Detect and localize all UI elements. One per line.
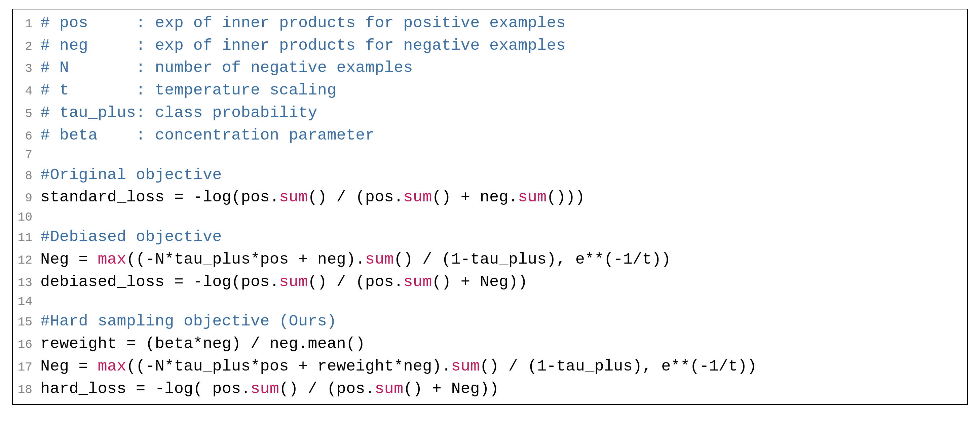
code-segment: () + Neg)) — [432, 273, 528, 291]
code-line: 18hard_loss = -log( pos.sum() / (pos.sum… — [13, 378, 967, 400]
code-line: 17Neg = max((-N*tau_plus*pos + reweight*… — [13, 356, 967, 378]
line-number: 8 — [13, 167, 36, 184]
code-content: #Hard sampling objective (Ours) — [36, 310, 337, 333]
code-listing-frame: 1# pos : exp of inner products for posit… — [12, 9, 968, 405]
code-segment: #Original objective — [40, 166, 222, 184]
code-segment: sum — [403, 188, 432, 206]
code-content: reweight = (beta*neg) / neg.mean() — [36, 333, 365, 356]
line-number: 13 — [13, 275, 36, 292]
code-line: 2# neg : exp of inner products for negat… — [13, 35, 967, 57]
code-segment: () / (pos. — [308, 273, 403, 291]
code-line: 10 — [13, 209, 967, 226]
code-segment: () + neg. — [432, 188, 518, 206]
line-number: 16 — [13, 336, 36, 353]
line-number: 9 — [13, 190, 36, 207]
code-segment: # t : temperature scaling — [40, 81, 337, 99]
line-number: 17 — [13, 359, 36, 376]
line-number: 5 — [13, 105, 36, 122]
code-line: 16reweight = (beta*neg) / neg.mean() — [13, 333, 967, 356]
code-segment: () / (1-tau_plus), e**(-1/t)) — [480, 357, 757, 375]
code-line: 4# t : temperature scaling — [13, 79, 967, 102]
code-content: # neg : exp of inner products for negati… — [36, 35, 566, 57]
code-content: # tau_plus: class probability — [36, 102, 318, 124]
code-line: 1# pos : exp of inner products for posit… — [13, 12, 967, 35]
code-segment: sum — [279, 188, 308, 206]
code-segment: sum — [451, 357, 480, 375]
line-number: 12 — [13, 252, 36, 269]
code-content: debiased_loss = -log(pos.sum() / (pos.su… — [36, 271, 528, 294]
code-segment: sum — [365, 251, 394, 268]
code-content: standard_loss = -log(pos.sum() / (pos.su… — [36, 186, 585, 209]
code-content: # beta : concentration parameter — [36, 124, 375, 147]
code-content: Neg = max((-N*tau_plus*pos + reweight*ne… — [36, 356, 757, 378]
code-line: 14 — [13, 293, 967, 310]
code-content: Neg = max((-N*tau_plus*pos + neg).sum() … — [36, 248, 671, 271]
line-number: 11 — [13, 229, 36, 246]
code-content: # pos : exp of inner products for positi… — [36, 12, 566, 35]
line-number: 14 — [13, 293, 36, 310]
code-segment: hard_loss = -log( pos. — [40, 380, 251, 398]
code-segment: Neg = — [40, 357, 97, 375]
code-line: 5# tau_plus: class probability — [13, 102, 967, 124]
code-segment: Neg = — [40, 251, 97, 268]
code-line: 11#Debiased objective — [13, 226, 967, 248]
code-segment: () / (pos. — [279, 380, 375, 398]
code-segment: ((-N*tau_plus*pos + neg). — [126, 251, 365, 268]
line-number: 1 — [13, 16, 36, 33]
line-number: 6 — [13, 128, 36, 145]
code-line: 13debiased_loss = -log(pos.sum() / (pos.… — [13, 271, 967, 294]
code-content: #Debiased objective — [36, 226, 222, 248]
code-segment: sum — [375, 380, 403, 398]
code-segment: # beta : concentration parameter — [40, 126, 375, 144]
code-segment: () / (pos. — [308, 188, 403, 206]
line-number: 7 — [13, 147, 36, 164]
line-number: 2 — [13, 38, 36, 55]
code-line: 8#Original objective — [13, 164, 967, 187]
code-segment: # pos : exp of inner products for positi… — [40, 14, 566, 32]
code-segment: standard_loss = -log(pos. — [40, 188, 279, 206]
code-segment: reweight = (beta*neg) / neg.mean() — [40, 335, 365, 353]
code-content: hard_loss = -log( pos.sum() / (pos.sum()… — [36, 378, 499, 400]
code-segment: ((-N*tau_plus*pos + reweight*neg). — [126, 357, 451, 375]
code-content: # t : temperature scaling — [36, 79, 337, 102]
line-number: 10 — [13, 209, 36, 226]
code-line: 12Neg = max((-N*tau_plus*pos + neg).sum(… — [13, 248, 967, 271]
code-line: 6# beta : concentration parameter — [13, 124, 967, 147]
code-segment: max — [97, 251, 126, 268]
code-segment: () + Neg)) — [403, 380, 499, 398]
code-segment: sum — [518, 188, 547, 206]
code-segment: max — [97, 357, 126, 375]
code-content: # N : number of negative examples — [36, 57, 413, 79]
code-segment: #Hard sampling objective (Ours) — [40, 312, 337, 330]
line-number: 18 — [13, 381, 36, 398]
code-segment: # neg : exp of inner products for negati… — [40, 37, 566, 54]
code-segment: debiased_loss = -log(pos. — [40, 273, 279, 291]
code-box: 1# pos : exp of inner products for posit… — [12, 9, 968, 405]
line-number: 4 — [13, 83, 36, 100]
code-line: 7 — [13, 147, 967, 164]
code-segment: sum — [251, 380, 279, 398]
code-segment: sum — [403, 273, 432, 291]
code-segment: # N : number of negative examples — [40, 59, 413, 77]
code-line: 15#Hard sampling objective (Ours) — [13, 310, 967, 333]
code-segment: () / (1-tau_plus), e**(-1/t)) — [394, 251, 671, 268]
code-line: 3# N : number of negative examples — [13, 57, 967, 79]
line-number: 15 — [13, 314, 36, 331]
code-segment: # tau_plus: class probability — [40, 104, 318, 122]
code-segment: ())) — [547, 188, 585, 206]
code-content: #Original objective — [36, 164, 222, 187]
code-segment: sum — [279, 273, 308, 291]
code-segment: #Debiased objective — [40, 228, 222, 246]
line-number: 3 — [13, 60, 36, 77]
code-line: 9standard_loss = -log(pos.sum() / (pos.s… — [13, 186, 967, 209]
